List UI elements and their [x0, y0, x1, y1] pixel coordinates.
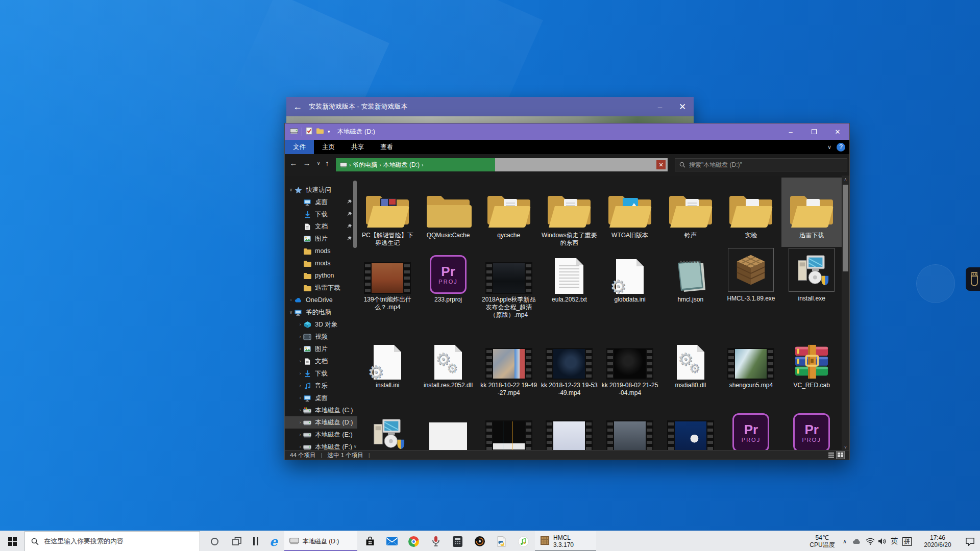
minimize-button[interactable]: – [779, 123, 802, 140]
file-item[interactable]: 139个tnt能炸出什么？.mp4 [357, 247, 418, 319]
chevron-icon[interactable]: › [297, 359, 303, 364]
file-item[interactable]: kk 2019-08-02 21-25-04.mp4 [600, 335, 660, 397]
file-item[interactable] [478, 406, 539, 451]
breadcrumb-item[interactable]: 本地磁盘 (D:) [383, 161, 420, 169]
maximize-button[interactable] [802, 123, 826, 140]
sidebar-item[interactable]: 图片 [285, 233, 357, 245]
sidebar-item[interactable]: 下载 [285, 208, 357, 220]
chevron-icon[interactable]: › [297, 408, 303, 413]
python-file-icon[interactable] [491, 531, 512, 551]
back-arrow-icon[interactable]: ← [286, 102, 309, 112]
ribbon-tab[interactable]: 主页 [314, 140, 343, 154]
start-button[interactable] [0, 531, 24, 551]
properties-icon[interactable] [306, 127, 312, 137]
sidebar-item[interactable]: ›本地磁盘 (C:) [285, 404, 357, 416]
sidebar-item[interactable]: 桌面 [285, 196, 357, 208]
sidebar-item[interactable]: mods [285, 257, 357, 269]
chevron-icon[interactable]: › [297, 322, 303, 327]
taskbar-explorer-button[interactable]: 本地磁盘 (D:) [284, 531, 357, 551]
scroll-down-icon[interactable]: ∨ [842, 445, 849, 449]
file-item[interactable]: install.exe [781, 247, 842, 319]
chevron-icon[interactable]: ∨ [288, 187, 294, 192]
sidebar-item[interactable]: python [285, 269, 357, 282]
scroll-up-icon[interactable]: ∧ [842, 177, 849, 182]
file-item[interactable] [600, 406, 660, 451]
chevron-icon[interactable]: › [297, 395, 303, 400]
sidebar-item[interactable]: ›本地磁盘 (E:) [285, 429, 357, 441]
sidebar-item[interactable]: ›3D 对象 [285, 318, 357, 331]
sidebar-item[interactable]: mods [285, 245, 357, 257]
chevron-icon[interactable]: › [297, 334, 303, 339]
file-item[interactable]: QQMusicCache [418, 178, 479, 247]
chevron-icon[interactable]: › [297, 346, 303, 352]
cortana-icon[interactable] [203, 531, 226, 551]
stop-refresh-button[interactable]: ✕ [656, 160, 666, 169]
ribbon-tab[interactable]: 共享 [343, 140, 372, 154]
chrome-icon[interactable] [403, 531, 425, 551]
file-item[interactable]: qycache [478, 178, 539, 247]
file-item[interactable]: PC【解谜冒险】下界逃生记 [357, 178, 418, 247]
volume-tray-icon[interactable] [876, 531, 888, 551]
file-item[interactable] [357, 406, 418, 451]
taskbar-hmcl-button[interactable]: HMCL 3.3.170 [535, 531, 596, 551]
ribbon-collapse-chevron-icon[interactable]: ∨ [827, 144, 831, 151]
sidebar-group[interactable]: ∨快速访问 [285, 184, 357, 196]
sidebar-item[interactable]: ›下载 [285, 367, 357, 380]
installer-close-button[interactable]: ✕ [671, 97, 694, 116]
file-item[interactable]: HMCL-3.1.89.exe [721, 247, 781, 319]
file-item[interactable]: ⚙globdata.ini [600, 247, 660, 319]
address-bar[interactable]: › 爷的电脑 › 本地磁盘 (D:) › ✕ [336, 158, 668, 171]
taskbar-search-box[interactable]: 在这里输入你要搜索的内容 [24, 531, 200, 551]
chevron-icon[interactable]: › [297, 383, 303, 388]
sidebar-item[interactable]: ›桌面 [285, 392, 357, 404]
file-item[interactable]: shengcun5.mp4 [721, 335, 781, 397]
file-item[interactable]: 铃声 [660, 178, 721, 247]
nav-back-button[interactable]: ← [288, 159, 299, 167]
file-item[interactable]: hmcl.json [660, 247, 721, 319]
chevron-icon[interactable]: › [288, 297, 294, 303]
onedrive-tray-icon[interactable] [850, 531, 863, 551]
chevron-icon[interactable]: › [297, 432, 303, 437]
sidebar-item[interactable]: ›本地磁盘 (F:) [285, 441, 357, 451]
new-folder-icon[interactable] [316, 127, 324, 136]
installer-minimize-button[interactable]: – [649, 97, 671, 116]
file-item[interactable]: eula.2052.txt [539, 247, 600, 319]
file-item[interactable]: PrPROJ [721, 406, 781, 451]
file-item[interactable]: PrPROJ233.prproj [418, 247, 479, 319]
clock[interactable]: 17:46 2020/6/20 [917, 531, 959, 551]
help-icon[interactable]: ? [837, 143, 845, 152]
wifi-tray-icon[interactable] [864, 531, 877, 551]
cpu-temperature[interactable]: 54℃ CPU温度 [802, 531, 842, 551]
chevron-icon[interactable]: ∨ [288, 310, 294, 315]
hidden-icons-chevron[interactable]: ∧ [839, 531, 850, 551]
file-item[interactable]: 迅雷下载 [781, 178, 842, 247]
close-button[interactable]: ✕ [826, 123, 849, 140]
chevron-icon[interactable]: › [297, 420, 303, 425]
chevron-icon[interactable]: › [297, 371, 303, 376]
file-item[interactable] [660, 406, 721, 451]
thumbnail-view-button[interactable] [837, 452, 844, 459]
mail-icon[interactable] [381, 531, 403, 551]
file-item[interactable]: ⚙⚙msdia80.dll [660, 335, 721, 397]
sidebar-item[interactable]: 迅雷下载 [285, 282, 357, 294]
action-center-icon[interactable] [961, 531, 979, 551]
ime-mode-indicator[interactable]: 拼 [900, 531, 914, 551]
explorer-search-box[interactable]: 搜索"本地磁盘 (D:)" [675, 158, 847, 171]
ime-language-indicator[interactable]: 英 [888, 531, 900, 551]
nav-forward-button[interactable]: → [301, 159, 312, 167]
ribbon-tab[interactable]: 文件 [285, 140, 314, 154]
sidebar-item[interactable]: ›视频 [285, 331, 357, 343]
sidebar-group[interactable]: ∨爷的电脑 [285, 306, 357, 318]
toolbar-customize-chevron-icon[interactable]: ▾ [328, 129, 330, 134]
qq-music-icon[interactable] [512, 531, 534, 551]
edge-icon[interactable]: e [263, 531, 284, 551]
ribbon-tab[interactable]: 查看 [372, 140, 401, 154]
sidebar-item[interactable]: ›本地磁盘 (D:) [285, 416, 357, 429]
file-item[interactable]: 实验 [721, 178, 781, 247]
pause-bars-icon[interactable] [248, 531, 263, 551]
taskview-icon[interactable] [226, 531, 248, 551]
breadcrumb-item[interactable]: 爷的电脑 [353, 161, 377, 169]
usb-eject-widget[interactable] [966, 267, 980, 291]
file-item[interactable]: WTGA旧版本 [600, 178, 660, 247]
file-item[interactable]: VC_RED.cab [781, 335, 842, 397]
